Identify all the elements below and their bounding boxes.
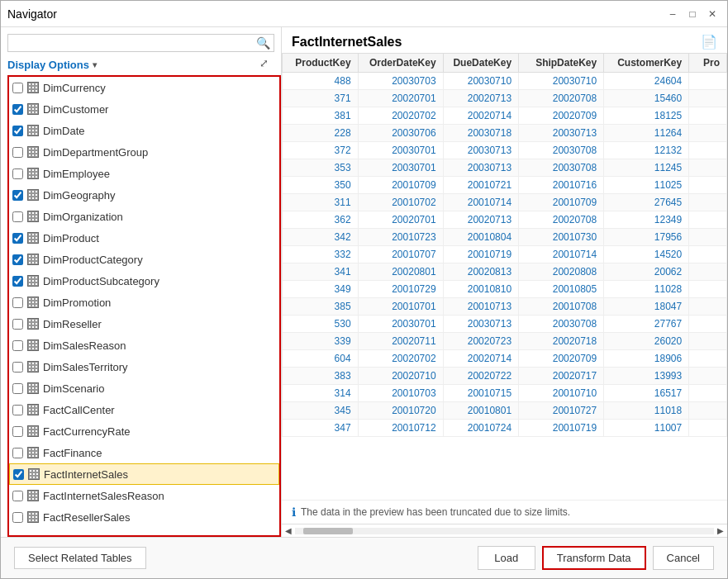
table-checkbox[interactable]: [12, 104, 23, 115]
table-item[interactable]: DimOrganization: [9, 206, 279, 227]
table-scroll-wrapper[interactable]: ProductKeyOrderDateKeyDueDateKeyShipDate…: [282, 53, 727, 500]
table-item[interactable]: DimSalesReason: [9, 335, 279, 356]
table-cell: 13993: [604, 368, 689, 385]
transform-data-button[interactable]: Transform Data: [542, 546, 646, 570]
scroll-thumb[interactable]: [303, 528, 353, 534]
table-cell: 20010708: [519, 298, 604, 316]
column-header: ProductKey: [283, 54, 359, 73]
table-checkbox[interactable]: [12, 168, 23, 179]
table-checkbox[interactable]: [12, 190, 23, 201]
table-cell: 20010703: [358, 385, 443, 402]
scroll-left-button[interactable]: ◀: [282, 524, 295, 538]
table-item[interactable]: DimProductCategory: [9, 249, 279, 270]
table-grid-icon: [26, 382, 40, 394]
table-cell: [689, 229, 727, 246]
table-checkbox[interactable]: [13, 469, 24, 480]
table-grid-icon: [26, 297, 40, 308]
minimize-button[interactable]: –: [664, 6, 681, 22]
maximize-button[interactable]: □: [684, 6, 701, 22]
table-checkbox[interactable]: [12, 340, 23, 351]
table-checkbox[interactable]: [12, 276, 23, 287]
table-checkbox[interactable]: [12, 448, 23, 458]
table-cell: 20020711: [358, 333, 443, 350]
load-button[interactable]: Load: [478, 546, 535, 570]
display-options-button[interactable]: Display Options ▾: [7, 59, 97, 71]
table-checkbox[interactable]: [12, 319, 23, 330]
table-item[interactable]: DimProductSubcategory: [9, 270, 279, 292]
table-checkbox[interactable]: [12, 383, 23, 394]
column-header: Pro: [689, 54, 727, 73]
table-cell: 20020717: [519, 368, 604, 385]
cancel-button[interactable]: Cancel: [653, 546, 714, 570]
table-checkbox[interactable]: [12, 491, 23, 501]
table-checkbox[interactable]: [12, 512, 23, 523]
table-checkbox[interactable]: [12, 233, 23, 244]
table-checkbox[interactable]: [12, 126, 23, 136]
data-table-wrapper: ProductKeyOrderDateKeyDueDateKeyShipDate…: [282, 53, 727, 537]
expand-icon[interactable]: ⤢: [259, 57, 274, 72]
table-grid-icon: [26, 254, 40, 265]
table-cell: [689, 420, 727, 437]
table-checkbox[interactable]: [12, 83, 23, 93]
table-cell: 20010721: [443, 177, 519, 194]
table-item[interactable]: FactResellerSales: [9, 506, 279, 528]
table-item[interactable]: DimProduct: [9, 227, 279, 249]
table-name-label: DimScenario: [43, 382, 104, 395]
table-cell: 11025: [604, 177, 689, 194]
close-button[interactable]: ✕: [704, 6, 721, 22]
table-cell: [689, 263, 727, 281]
table-checkbox[interactable]: [12, 147, 23, 158]
search-input[interactable]: [12, 37, 256, 50]
table-grid-icon: [26, 125, 40, 136]
table-item[interactable]: FactCallCenter: [9, 399, 279, 420]
table-cell: 20030713: [519, 125, 604, 142]
table-item[interactable]: DimGeography: [9, 184, 279, 206]
table-row: 34720010712200107242001071911007: [283, 420, 727, 437]
table-row: 35020010709200107212001071611025: [283, 177, 727, 194]
table-grid-icon: [27, 468, 40, 480]
table-item[interactable]: FactInternetSales: [9, 463, 279, 485]
table-cell: 332: [283, 246, 359, 263]
content-area: 🔍 Display Options ▾ ⤢ DimCurrencyDimCust…: [1, 27, 727, 537]
table-item[interactable]: DimPromotion: [9, 292, 279, 313]
table-item[interactable]: DimDepartmentGroup: [9, 141, 279, 163]
horizontal-scrollbar[interactable]: ◀ ▶: [282, 524, 727, 537]
table-checkbox[interactable]: [12, 426, 23, 437]
scroll-track[interactable]: [295, 528, 714, 534]
column-header: OrderDateKey: [358, 54, 443, 73]
table-item[interactable]: DimCustomer: [9, 98, 279, 120]
table-cell: 20010810: [443, 281, 519, 298]
table-checkbox[interactable]: [12, 254, 23, 265]
table-name-label: DimCustomer: [43, 103, 108, 116]
table-item[interactable]: FactCurrencyRate: [9, 420, 279, 442]
table-grid-icon: [26, 103, 40, 115]
table-cell: 314: [283, 385, 359, 402]
table-item[interactable]: DimDate: [9, 120, 279, 141]
table-item[interactable]: DimScenario: [9, 377, 279, 399]
table-name-label: FactFinance: [43, 447, 102, 459]
scroll-right-button[interactable]: ▶: [714, 524, 727, 538]
table-cell: 371: [283, 90, 359, 107]
table-item[interactable]: DimEmployee: [9, 163, 279, 184]
table-item[interactable]: DimSalesTerritory: [9, 356, 279, 377]
table-checkbox[interactable]: [12, 211, 23, 222]
table-item[interactable]: FactFinance: [9, 442, 279, 463]
table-cell: 530: [283, 316, 359, 333]
table-cell: 11018: [604, 402, 689, 420]
table-name-label: DimOrganization: [43, 211, 123, 223]
table-cell: 20020723: [443, 333, 519, 350]
table-cell: [689, 107, 727, 125]
table-grid-icon: [26, 232, 40, 244]
table-checkbox[interactable]: [12, 405, 23, 415]
table-cell: 11007: [604, 420, 689, 437]
table-item[interactable]: FactInternetSalesReason: [9, 485, 279, 506]
table-cell: 20010707: [358, 246, 443, 263]
table-checkbox[interactable]: [12, 362, 23, 373]
table-item[interactable]: DimCurrency: [9, 77, 279, 98]
export-icon[interactable]: 📄: [701, 34, 717, 50]
select-related-button[interactable]: Select Related Tables: [14, 547, 146, 569]
table-cell: 385: [283, 298, 359, 316]
table-item[interactable]: DimReseller: [9, 313, 279, 335]
table-name-label: DimProductCategory: [43, 254, 143, 266]
table-checkbox[interactable]: [12, 297, 23, 308]
